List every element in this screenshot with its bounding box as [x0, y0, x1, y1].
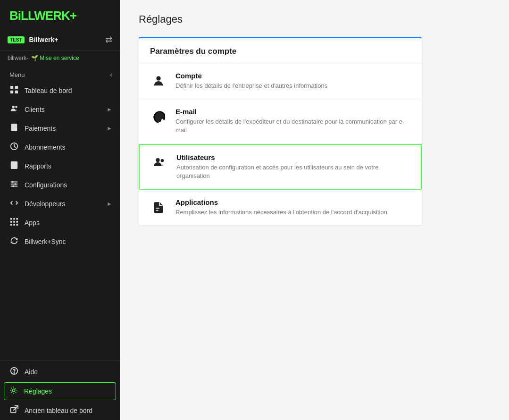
app-file-icon: [150, 199, 167, 216]
svg-point-35: [161, 159, 164, 162]
settings-item-applications[interactable]: Applications Remplissez les informations…: [139, 190, 422, 225]
sidebar: BiLLWERK+ TEST Billwerk+ ⇄ billwerk- 🌱 M…: [0, 0, 120, 420]
apps-label: Apps: [25, 219, 112, 227]
developpeurs-label: Développeurs: [25, 200, 101, 208]
users-icon: [9, 104, 19, 115]
external-icon: [9, 405, 19, 416]
svg-point-5: [15, 106, 17, 108]
sync-icon: [9, 236, 19, 247]
sidebar-item-aide[interactable]: Aide: [0, 362, 120, 381]
logo-text-green: +: [70, 8, 76, 23]
gear-icon: [9, 386, 18, 396]
account-section: TEST Billwerk+ ⇄: [0, 31, 120, 51]
sidebar-item-configurations[interactable]: Configurations: [0, 176, 120, 194]
utilisateurs-desc: Autorisation de configuration et accès p…: [176, 163, 409, 180]
svg-rect-12: [12, 163, 17, 164]
page-title: Réglages: [139, 13, 490, 25]
svg-point-17: [12, 185, 14, 187]
rapports-label: Rapports: [25, 162, 112, 170]
collapse-icon[interactable]: ‹: [110, 71, 112, 78]
applications-content: Applications Remplissez les informations…: [175, 198, 410, 217]
paiements-label: Paiements: [25, 125, 101, 132]
svg-rect-22: [13, 221, 15, 223]
clock-icon: [9, 142, 19, 152]
svg-rect-1: [15, 86, 18, 89]
reglages-label: Réglages: [24, 387, 111, 395]
sidebar-bottom: Aide Réglages Ancien tableau de bord: [0, 360, 120, 420]
grid-icon: [9, 85, 19, 96]
svg-rect-20: [17, 218, 18, 220]
menu-label: Menu: [9, 71, 25, 78]
settings-item-utilisateurs[interactable]: Utilisateurs Autorisation de configurati…: [139, 144, 422, 190]
svg-rect-21: [10, 221, 12, 223]
email-title: E-mail: [175, 108, 410, 116]
email-desc: Configurer les détails de l'expéditeur e…: [175, 118, 410, 134]
account-badge: TEST: [8, 36, 25, 43]
code-icon: [9, 199, 19, 209]
sidebar-item-apps[interactable]: Apps: [0, 213, 120, 232]
account-name: Billwerk+: [29, 36, 100, 43]
sidebar-item-tableau-de-bord[interactable]: Tableau de bord: [0, 81, 120, 100]
menu-header: Menu ‹: [0, 68, 120, 81]
svg-point-29: [12, 389, 15, 391]
svg-rect-13: [12, 165, 17, 165]
apps-icon: [9, 218, 19, 228]
sidebar-item-ancien-tableau[interactable]: Ancien tableau de bord: [0, 401, 120, 420]
svg-rect-3: [15, 91, 18, 93]
svg-rect-7: [12, 126, 16, 126]
svg-rect-8: [12, 127, 16, 127]
settings-item-compte[interactable]: Compte Définir les détails de l'entrepri…: [139, 63, 422, 99]
applications-title: Applications: [175, 198, 410, 206]
logo: BiLLWERK+: [0, 0, 120, 31]
aide-label: Aide: [25, 368, 112, 376]
compte-desc: Définir les détails de l'entreprise et d…: [175, 82, 410, 90]
sidebar-item-clients[interactable]: Clients ►: [0, 100, 120, 119]
settings-item-email[interactable]: E-mail Configurer les détails de l'expéd…: [139, 99, 422, 143]
card-header: Paramètres du compte: [139, 38, 422, 63]
email-content: E-mail Configurer les détails de l'expéd…: [175, 108, 410, 134]
svg-rect-25: [13, 224, 15, 226]
svg-point-4: [12, 106, 15, 108]
svg-point-28: [14, 373, 14, 373]
account-sub-name: billwerk-: [8, 55, 28, 61]
svg-point-32: [156, 76, 160, 81]
svg-rect-14: [12, 166, 15, 167]
developpeurs-arrow-icon: ►: [107, 201, 112, 207]
svg-rect-2: [10, 91, 13, 93]
svg-rect-19: [13, 218, 15, 220]
sidebar-item-billwerk-sync[interactable]: Billwerk+Sync: [0, 232, 120, 251]
file-icon: [9, 123, 19, 134]
group-icon: [151, 154, 168, 171]
applications-desc: Remplissez les informations nécessaires …: [175, 208, 410, 217]
main-content: Réglages Paramètres du compte Compte Déf…: [120, 0, 509, 420]
account-sub: billwerk- 🌱 Mise en service: [0, 55, 120, 66]
sidebar-item-abonnements[interactable]: Abonnements: [0, 138, 120, 157]
svg-rect-9: [12, 128, 15, 129]
clients-label: Clients: [25, 106, 101, 113]
sidebar-item-developpeurs[interactable]: Développeurs ►: [0, 194, 120, 213]
at-icon: [150, 109, 167, 126]
utilisateurs-title: Utilisateurs: [176, 153, 409, 161]
help-icon: [9, 367, 19, 377]
svg-rect-26: [17, 224, 18, 226]
mise-en-service-label: 🌱 Mise en service: [31, 55, 79, 61]
svg-point-15: [12, 181, 14, 183]
sidebar-item-paiements[interactable]: Paiements ►: [0, 119, 120, 138]
compte-content: Compte Définir les détails de l'entrepri…: [175, 72, 410, 90]
utilisateurs-content: Utilisateurs Autorisation de configurati…: [176, 153, 409, 180]
report-icon: [9, 161, 19, 171]
account-switch-icon[interactable]: ⇄: [105, 34, 112, 45]
logo-text-black: BiLLWERK: [9, 8, 70, 23]
clients-arrow-icon: ►: [107, 106, 112, 113]
person-icon: [150, 73, 167, 90]
sidebar-item-reglages[interactable]: Réglages: [4, 382, 116, 400]
compte-title: Compte: [175, 72, 410, 80]
svg-rect-24: [10, 224, 12, 226]
configurations-label: Configurations: [25, 181, 112, 189]
sidebar-item-rapports[interactable]: Rapports: [0, 157, 120, 176]
svg-rect-23: [17, 221, 18, 223]
billwerk-sync-label: Billwerk+Sync: [25, 238, 112, 245]
abonnements-label: Abonnements: [25, 143, 112, 151]
svg-rect-18: [10, 218, 12, 220]
settings-card: Paramètres du compte Compte Définir les …: [139, 37, 422, 225]
